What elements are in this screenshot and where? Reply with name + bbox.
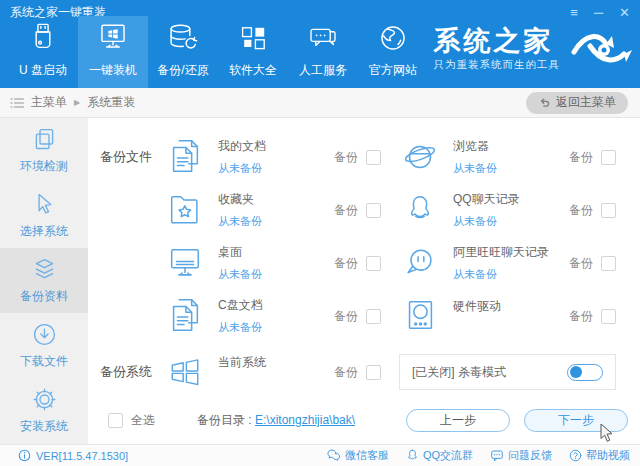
gear-icon xyxy=(31,386,58,413)
footer-link-wechat-support[interactable]: 微信客服 xyxy=(327,448,389,463)
sidebar-item-select-system[interactable]: 选择系统 xyxy=(0,183,88,248)
backup-label: 备份 xyxy=(569,255,593,272)
bottom-controls: 全选 备份目录 : E:\xitongzhijia\bak\ 上一步 下一步 xyxy=(100,409,630,432)
nav-item-one-click-install[interactable]: 一键装机 xyxy=(78,16,148,88)
backup-files-section: 备份文件 我的文档 从未备份 xyxy=(100,134,630,339)
backup-checkbox[interactable] xyxy=(601,150,616,165)
item-status: 从未备份 xyxy=(218,320,334,335)
nav-label: 官方网站 xyxy=(369,62,417,79)
item-name: C盘文档 xyxy=(218,297,334,314)
header: 系统之家一键重装 ≡ ─ ✕ U 盘启动 xyxy=(0,0,640,88)
sidebar-item-env-check[interactable]: 环境检测 xyxy=(0,118,88,183)
footer-link-label: 微信客服 xyxy=(345,448,389,463)
backup-item-favorites: 收藏夹 从未备份 备份 xyxy=(164,187,395,233)
sidebar-item-install-system[interactable]: 安装系统 xyxy=(0,378,88,443)
footer-link-qq-group[interactable]: QQ交流群 xyxy=(406,448,473,463)
brand-tagline: 只为重装系统而生的工具 xyxy=(434,58,561,72)
nav-label: 人工服务 xyxy=(299,62,347,79)
backup-label: 备份 xyxy=(334,364,358,381)
cursor-arrow-icon xyxy=(31,191,58,218)
backup-checkbox[interactable] xyxy=(366,203,381,218)
backup-dir-link[interactable]: E:\xitongzhijia\bak\ xyxy=(255,413,355,427)
footer-link-help-videos[interactable]: 帮助视频 xyxy=(569,448,630,463)
backup-checkbox[interactable] xyxy=(601,256,616,271)
antivirus-toggle[interactable] xyxy=(567,364,603,381)
nav-item-usb-boot[interactable]: U 盘启动 xyxy=(8,16,78,88)
backup-checkbox[interactable] xyxy=(601,203,616,218)
item-name: QQ聊天记录 xyxy=(453,191,569,208)
item-name: 我的文档 xyxy=(218,138,334,155)
chat-service-icon xyxy=(305,21,341,55)
backup-item-qq-chat: QQ聊天记录 从未备份 备份 xyxy=(399,187,630,233)
backup-checkbox[interactable] xyxy=(366,309,381,324)
app-window: 系统之家一键重装 ≡ ─ ✕ U 盘启动 xyxy=(0,0,640,466)
back-to-main-menu-button[interactable]: 返回主菜单 xyxy=(526,92,628,114)
aliwangwang-icon xyxy=(399,242,441,284)
item-status xyxy=(453,321,569,334)
backup-checkbox[interactable] xyxy=(366,365,381,380)
backup-item-current-system: 当前系统 备份 xyxy=(164,349,395,395)
footer-link-feedback[interactable]: 问题反馈 xyxy=(490,448,552,463)
windows-logo-icon xyxy=(164,352,206,392)
back-button-label: 返回主菜单 xyxy=(556,94,616,111)
close-icon[interactable]: ✕ xyxy=(619,7,630,19)
backup-files-label: 备份文件 xyxy=(100,134,164,339)
download-icon xyxy=(31,321,58,348)
qq-icon xyxy=(399,189,441,231)
backup-system-section: 备份系统 当前系统 备份 xyxy=(100,349,630,395)
nav-item-support[interactable]: 人工服务 xyxy=(288,16,358,88)
brand-swoosh-icon xyxy=(566,26,632,72)
backup-label: 备份 xyxy=(569,308,593,325)
item-name: 阿里旺旺聊天记录 xyxy=(453,244,569,261)
footer-link-label: QQ交流群 xyxy=(423,448,473,463)
version-label: VER[11.5.47.1530] xyxy=(36,450,128,462)
sidebar-item-backup-data[interactable]: 备份资料 xyxy=(0,248,88,313)
minimize-icon[interactable]: ─ xyxy=(594,7,603,19)
backup-checkbox[interactable] xyxy=(366,256,381,271)
monitor-windows-icon xyxy=(95,21,131,55)
footer-link-label: 问题反馈 xyxy=(508,448,552,463)
antivirus-mode-label: [已关闭] 杀毒模式 xyxy=(412,364,506,381)
backup-checkbox[interactable] xyxy=(366,150,381,165)
previous-step-button[interactable]: 上一步 xyxy=(406,409,510,432)
sidebar-item-download-files[interactable]: 下载文件 xyxy=(0,313,88,378)
nav-item-software[interactable]: 软件大全 xyxy=(218,16,288,88)
nav-label: 一键装机 xyxy=(89,62,137,79)
backup-dir-label: 备份目录 : xyxy=(197,413,255,427)
main-panel: 备份文件 我的文档 从未备份 xyxy=(88,118,640,444)
backup-item-c-drive-docs: C盘文档 从未备份 备份 xyxy=(164,293,395,339)
select-all-control[interactable]: 全选 xyxy=(108,412,155,429)
software-grid-icon xyxy=(237,21,269,55)
item-status: 从未备份 xyxy=(453,214,569,229)
window-menu-icon[interactable]: ≡ xyxy=(570,7,578,19)
usb-drive-icon xyxy=(26,21,60,55)
breadcrumb-root[interactable]: 主菜单 xyxy=(31,94,67,111)
main-nav: U 盘启动 一键装机 xyxy=(8,16,428,88)
backup-checkbox[interactable] xyxy=(601,309,616,324)
next-step-button[interactable]: 下一步 xyxy=(524,409,628,432)
database-restore-icon xyxy=(165,21,201,55)
backup-item-hardware-drivers: 硬件驱动 备份 xyxy=(399,293,630,339)
nav-item-website[interactable]: 官方网站 xyxy=(358,16,428,88)
item-status: 从未备份 xyxy=(218,161,334,176)
select-all-checkbox[interactable] xyxy=(108,413,123,428)
nav-item-backup-restore[interactable]: 备份/还原 xyxy=(148,16,218,88)
nav-label: 备份/还原 xyxy=(157,62,208,79)
back-arrow-icon xyxy=(538,96,551,109)
backup-label: 备份 xyxy=(569,202,593,219)
backup-label: 备份 xyxy=(569,149,593,166)
desktop-icon xyxy=(164,242,206,284)
item-name: 浏览器 xyxy=(453,138,569,155)
backup-label: 备份 xyxy=(334,149,358,166)
sidebar: 环境检测 选择系统 备份资料 xyxy=(0,118,88,444)
sidebar-item-label: 安装系统 xyxy=(20,418,68,435)
toggle-knob xyxy=(570,366,582,378)
backup-item-desktop: 桌面 从未备份 备份 xyxy=(164,240,395,286)
footer: VER[11.5.47.1530] 微信客服 QQ交流群 xyxy=(0,444,640,466)
breadcrumb: 主菜单 ▶ 系统重装 返回主菜单 xyxy=(0,88,640,118)
footer-link-label: 帮助视频 xyxy=(586,448,630,463)
item-name: 桌面 xyxy=(218,244,334,261)
backup-label: 备份 xyxy=(334,308,358,325)
item-status: 从未备份 xyxy=(218,214,334,229)
sidebar-item-label: 选择系统 xyxy=(20,223,68,240)
